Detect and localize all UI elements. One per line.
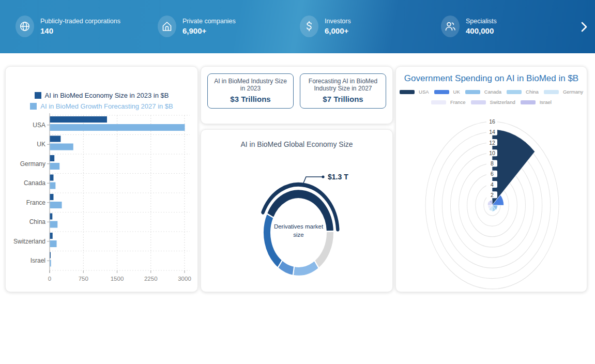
donut-chart-card: AI in BioMed Global Economy Size Derivat…: [201, 129, 393, 292]
r-tick-label: 14: [489, 129, 495, 135]
legend-item-Germany[interactable]: Germany: [544, 89, 583, 95]
dollar-icon: [300, 16, 318, 37]
bar-2023-Switzerland: [50, 233, 53, 239]
kpi-box-2023: AI in BioMed Industry Size in 2023 $3 Tr…: [207, 73, 294, 109]
kpi-value: $3 Trillions: [211, 95, 290, 103]
bar-2027-UK: [50, 144, 73, 150]
bar-chart-card: AI in BioMed Economy Size in 2023 in $B …: [5, 66, 198, 292]
legend-label: USA: [419, 89, 429, 95]
bar-2023-Germany: [50, 155, 55, 161]
legend-item-Israel[interactable]: Israel: [521, 99, 552, 105]
house-icon: [158, 16, 176, 37]
x-tick-label: 2250: [144, 276, 158, 282]
kpi-label: Forecasting AI in BioMed Industry Size i…: [303, 78, 383, 93]
category-label: USA: [33, 122, 45, 129]
legend-item-China[interactable]: China: [507, 89, 539, 95]
r-tick-label: 4: [491, 181, 494, 188]
r-tick-label: 2: [491, 192, 494, 198]
bar-2027-Canada: [50, 183, 56, 189]
legend-swatch: [434, 90, 449, 94]
legend-item-UK[interactable]: UK: [434, 89, 460, 95]
legend-item-2023[interactable]: AI in BioMed Economy Size in 2023 in $B: [35, 90, 169, 100]
stat-label: Publicly-traded corporations: [40, 17, 120, 26]
stat-specialists: Specialists 400,000: [441, 16, 497, 37]
bar-chart-legend: AI in BioMed Economy Size in 2023 in $B …: [6, 67, 197, 111]
category-label: Germany: [20, 160, 45, 168]
r-tick-label: 12: [489, 140, 495, 146]
dashboard: Publicly-traded corporations 140 Private…: [0, 0, 595, 364]
legend-label: Canada: [484, 89, 501, 95]
bar-2023-France: [50, 194, 54, 200]
stat-value: 6,900+: [182, 26, 236, 36]
bar-2027-USA: [50, 124, 185, 131]
polar-chart-card: Government Spending on AI in BioMed in $…: [395, 66, 587, 292]
bar-2027-France: [50, 202, 62, 208]
legend-item-France[interactable]: France: [431, 99, 466, 105]
legend-label: Germany: [563, 89, 583, 95]
category-label: France: [26, 199, 46, 206]
legend-swatch: [521, 100, 536, 104]
stat-publicly-traded: Publicly-traded corporations 140: [16, 16, 120, 37]
donut-slice-slice-steel-blue: [263, 214, 282, 268]
legend-label: UK: [453, 89, 460, 95]
legend-swatch: [431, 100, 446, 104]
chevron-right-icon[interactable]: [579, 21, 589, 33]
legend-swatch: [30, 103, 37, 110]
legend-label: AI in BioMed Economy Size in 2023 in $B: [45, 92, 169, 99]
bar-2023-UK: [50, 136, 61, 142]
legend-item-2027[interactable]: AI in BioMed Growth Forecasting 2027 in …: [30, 101, 173, 111]
kpi-card: AI in BioMed Industry Size in 2023 $3 Tr…: [201, 66, 393, 124]
bar-2023-USA: [50, 116, 107, 123]
legend-row: FranceSwitzerlandIsrael: [431, 99, 552, 105]
bar-2023-China: [50, 214, 53, 220]
legend-swatch: [400, 90, 415, 94]
stat-label: Private companies: [182, 17, 236, 26]
stat-investors: Investors 6,000+: [300, 16, 351, 37]
bar-2027-Switzerland: [50, 240, 57, 247]
stat-value: 140: [40, 26, 120, 36]
legend-swatch: [35, 92, 41, 99]
top-bar: Publicly-traded corporations 140 Private…: [0, 0, 595, 53]
r-tick-label: 6: [491, 171, 494, 177]
people-icon: [441, 16, 460, 37]
legend-item-Switzerland[interactable]: Switzerland: [471, 99, 515, 105]
donut-center-label: size: [293, 232, 303, 238]
x-tick-label: 1500: [111, 276, 124, 282]
kpi-value: $7 Trillions: [303, 95, 383, 103]
kpi-label: AI in BioMed Industry Size in 2023: [211, 78, 290, 93]
x-tick-label: 3000: [178, 276, 191, 282]
category-label: Israel: [30, 257, 45, 264]
legend-label: Israel: [540, 99, 552, 105]
x-tick-label: 750: [79, 276, 88, 282]
category-label: China: [29, 218, 46, 225]
bar-2027-China: [50, 221, 58, 228]
legend-label: France: [450, 99, 466, 105]
bar-2023-Israel: [50, 252, 51, 259]
category-label: UK: [37, 141, 45, 148]
legend-item-USA[interactable]: USA: [400, 89, 429, 95]
bar-2027-Israel: [50, 260, 51, 267]
legend-item-Canada[interactable]: Canada: [465, 89, 501, 95]
polar-chart-legend: USAUKCanadaChinaGermanyFranceSwitzerland…: [396, 89, 587, 105]
legend-label: AI in BioMed Growth Forecasting 2027 in …: [40, 102, 173, 110]
category-label: Switzerland: [13, 238, 45, 245]
legend-swatch: [507, 90, 522, 94]
legend-swatch: [465, 90, 480, 94]
bar-2027-Germany: [50, 163, 60, 170]
r-tick-label: 10: [489, 150, 495, 156]
stat-label: Investors: [325, 17, 351, 26]
annotation-connector: [303, 177, 323, 183]
stat-private-companies: Private companies 6,900+: [158, 16, 236, 37]
donut-chart: Derivatives marketsize$1.3 T: [201, 130, 393, 292]
bar-chart: 0750150022503000USAUKGermanyCanadaFrance…: [6, 111, 199, 291]
bar-2023-Canada: [50, 175, 54, 181]
legend-label: Switzerland: [490, 99, 515, 105]
legend-swatch: [471, 100, 486, 104]
globe-icon: [16, 16, 34, 37]
donut-slice-slice-light-blue: [293, 261, 319, 276]
stat-label: Specialists: [466, 17, 497, 26]
r-tick-label: 16: [489, 118, 495, 125]
legend-label: China: [526, 89, 539, 95]
category-label: Canada: [24, 179, 45, 187]
rose-sector-USA: [492, 129, 535, 205]
